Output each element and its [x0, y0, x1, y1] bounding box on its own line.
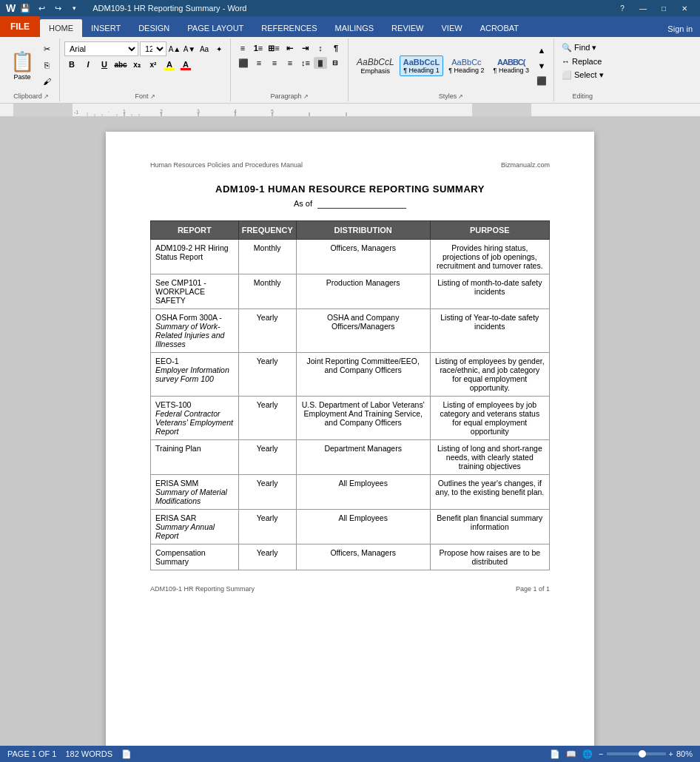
strikethrough-button[interactable]: abc	[113, 58, 128, 71]
increase-font-btn[interactable]: A▲	[168, 42, 181, 55]
clear-formatting-btn[interactable]: ✦	[212, 42, 226, 55]
ribbon: 📋 Paste ✂ ⎘ 🖌 Clipboard ↗ Arial 12 A▲	[0, 37, 700, 104]
align-left-button[interactable]: ⬛	[236, 56, 251, 70]
select-button[interactable]: ⬜ Select ▾	[559, 69, 607, 81]
sign-in[interactable]: Sign in	[660, 21, 700, 37]
editing-group: 🔍 Find ▾ ↔ Replace ⬜ Select ▾ Editing	[554, 38, 611, 101]
styles-scroll-down[interactable]: ▼	[534, 59, 549, 73]
cut-button[interactable]: ✂	[38, 43, 55, 56]
word-logo-icon: W	[6, 2, 16, 14]
line-spacing-button[interactable]: ↕≡	[298, 56, 313, 70]
minimize-btn[interactable]: —	[633, 1, 653, 15]
tab-mailings[interactable]: MAILINGS	[326, 19, 383, 37]
style-heading1[interactable]: AaBbCcL ¶ Heading 1	[400, 55, 444, 76]
shading-button[interactable]: ▓	[314, 57, 327, 69]
file-tab[interactable]: FILE	[0, 16, 40, 37]
decrease-font-btn[interactable]: A▼	[183, 42, 196, 55]
style-heading2[interactable]: AaBbCc ¶ Heading 2	[445, 55, 488, 76]
styles-more[interactable]: ⬛	[534, 75, 549, 88]
decrease-indent-button[interactable]: ⇤	[282, 41, 297, 55]
increase-indent-button[interactable]: ⇥	[297, 41, 312, 55]
frequency-cell: Yearly	[238, 510, 296, 544]
tab-home[interactable]: HOME	[40, 19, 82, 37]
undo-qat-btn[interactable]: ↩	[35, 1, 48, 15]
bold-button[interactable]: B	[64, 58, 79, 71]
align-right-button[interactable]: ≡	[267, 56, 282, 70]
subscript-button[interactable]: x₂	[129, 58, 144, 71]
font-expander[interactable]: ↗	[150, 93, 155, 100]
tab-references[interactable]: REFERENCES	[252, 19, 326, 37]
styles-scroll-up[interactable]: ▲	[534, 44, 549, 57]
format-painter-button[interactable]: 🖌	[38, 75, 55, 88]
view-reading-icon[interactable]: 📖	[566, 749, 576, 759]
redo-qat-btn[interactable]: ↪	[51, 1, 64, 15]
style-emphasis[interactable]: AaBbCcL Emphasis	[353, 55, 398, 77]
report-cell: ERISA SAR Summary Annual Report	[151, 510, 239, 544]
para-row1: ≡ 1≡ ⊞≡ ⇤ ⇥ ↕ ¶	[235, 41, 343, 55]
purpose-cell: Listing of Year-to-date safety incidents	[430, 309, 549, 353]
change-case-btn[interactable]: Aa	[198, 42, 211, 55]
paragraph-group: ≡ 1≡ ⊞≡ ⇤ ⇥ ↕ ¶ ⬛ ≡ ≡ ≡ ↕≡ ▓ ⊟ Paragraph…	[231, 38, 349, 101]
justify-button[interactable]: ≡	[283, 56, 297, 70]
col-purpose: PURPOSE	[430, 221, 549, 240]
show-formatting-button[interactable]: ¶	[329, 41, 343, 55]
align-center-button[interactable]: ≡	[252, 56, 266, 70]
para-row2: ⬛ ≡ ≡ ≡ ↕≡ ▓ ⊟	[236, 56, 343, 70]
multilevel-list-button[interactable]: ⊞≡	[266, 41, 281, 55]
clipboard-expander[interactable]: ↗	[44, 93, 49, 100]
view-print-icon[interactable]: 📄	[550, 749, 560, 759]
zoom-in-btn[interactable]: +	[669, 749, 673, 758]
style-heading3[interactable]: AABBC( ¶ Heading 3	[490, 55, 533, 76]
copy-button[interactable]: ⎘	[38, 58, 55, 72]
font-content: Arial 12 A▲ A▼ Aa ✦ B I U abc x₂ x² A	[64, 40, 226, 91]
tab-view[interactable]: VIEW	[433, 19, 471, 37]
style-heading3-label: ¶ Heading 3	[494, 67, 529, 74]
purpose-cell: Benefit plan financial summary informati…	[430, 510, 549, 544]
styles-expander[interactable]: ↗	[458, 93, 463, 100]
help-btn[interactable]: ?	[613, 1, 632, 15]
tab-page-layout[interactable]: PAGE LAYOUT	[178, 19, 252, 37]
zoom-slider[interactable]	[607, 752, 666, 755]
distribution-cell: Department Managers	[296, 440, 430, 475]
table-row: EEO-1 Employer Information survey Form 1…	[151, 353, 550, 397]
doc-title[interactable]: ADM109-1 HUMAN RESOURCE REPORTING SUMMAR…	[150, 183, 550, 195]
report-cell: ADM109-2 HR Hiring Status Report	[151, 240, 239, 274]
italic-button[interactable]: I	[81, 58, 95, 71]
tab-acrobat[interactable]: ACROBAT	[471, 19, 528, 37]
paste-button[interactable]: 📋 Paste	[7, 41, 37, 90]
view-web-icon[interactable]: 🌐	[582, 749, 593, 759]
maximize-btn[interactable]: □	[654, 1, 673, 15]
status-left: PAGE 1 OF 1 182 WORDS 📄	[7, 749, 132, 759]
replace-button[interactable]: ↔ Replace	[559, 55, 607, 67]
text-highlight-button[interactable]: A	[162, 58, 177, 71]
clipboard-group: 📋 Paste ✂ ⎘ 🖌 Clipboard ↗	[3, 38, 60, 101]
save-qat-btn[interactable]: 💾	[18, 1, 32, 15]
find-button[interactable]: 🔍 Find ▾	[559, 41, 607, 54]
report-cell: VETS-100 Federal Contractor Veterans' Em…	[151, 397, 239, 440]
proofing-icon[interactable]: 📄	[121, 749, 132, 759]
report-cell: Compensation Summary	[151, 544, 239, 570]
font-family-select[interactable]: Arial	[64, 41, 138, 56]
underline-button[interactable]: U	[97, 58, 112, 71]
tab-insert[interactable]: INSERT	[82, 19, 129, 37]
select-icon: ⬜	[562, 70, 572, 80]
tab-design[interactable]: DESIGN	[129, 19, 178, 37]
text-color-button[interactable]: A	[178, 58, 193, 71]
styles-scroll: ▲ ▼ ⬛	[534, 44, 549, 88]
tab-review[interactable]: REVIEW	[383, 19, 432, 37]
col-report: REPORT	[151, 221, 239, 240]
zoom-out-btn[interactable]: −	[599, 749, 603, 758]
close-btn[interactable]: ✕	[675, 1, 694, 15]
col-frequency: FREQUENCY	[238, 221, 296, 240]
font-size-select[interactable]: 12	[140, 41, 166, 56]
borders-button[interactable]: ⊟	[328, 56, 343, 70]
customize-qat-btn[interactable]: ▾	[67, 1, 81, 15]
bullets-button[interactable]: ≡	[235, 41, 250, 55]
sort-button[interactable]: ↕	[313, 41, 328, 55]
numbering-button[interactable]: 1≡	[251, 41, 266, 55]
asof-line	[317, 199, 406, 209]
quick-access-toolbar: W 💾 ↩ ↪ ▾	[6, 1, 81, 15]
superscript-button[interactable]: x²	[146, 58, 161, 71]
paragraph-expander[interactable]: ↗	[303, 93, 309, 100]
frequency-cell: Yearly	[238, 544, 296, 570]
